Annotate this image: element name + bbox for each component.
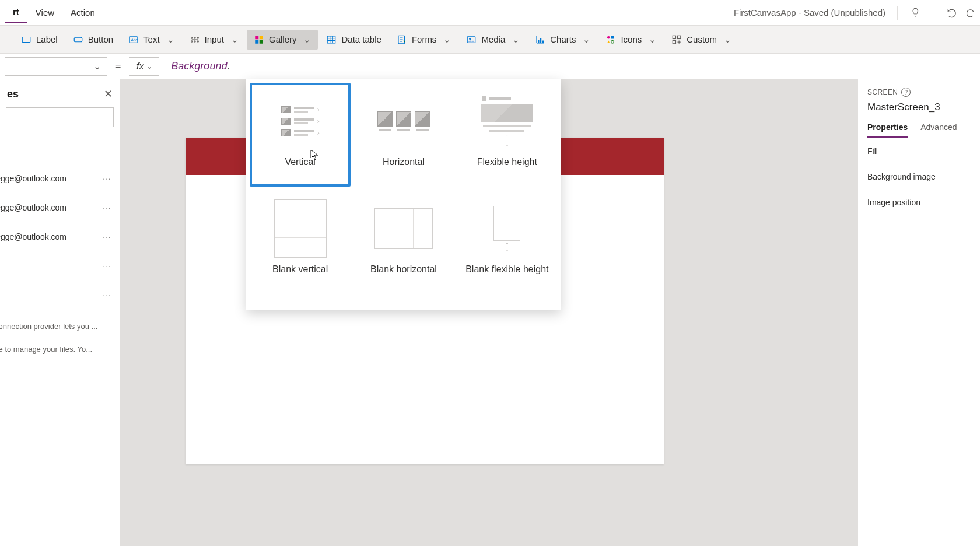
- redo-partial-icon[interactable]: [965, 2, 975, 23]
- svg-rect-22: [611, 36, 614, 39]
- gallery-icon: [254, 34, 264, 45]
- gallery-option-blank-horizontal[interactable]: Blank horizontal: [353, 190, 454, 294]
- app-checker-icon[interactable]: [906, 2, 927, 23]
- formula-input[interactable]: Background.: [164, 60, 980, 72]
- more-icon[interactable]: ···: [102, 174, 113, 183]
- fx-icon: fx: [136, 61, 144, 72]
- list-item[interactable]: enry.legge@outlook.com ···: [0, 197, 120, 218]
- main-area: es ✕ p enry.legge@outlook.com ··· enry.l…: [0, 79, 980, 546]
- chevron-down-icon: ⌄: [649, 34, 656, 45]
- custom-button[interactable]: Custom ⌄: [664, 30, 738, 50]
- svg-rect-18: [538, 40, 539, 43]
- property-image-position[interactable]: Image position: [867, 190, 971, 215]
- properties-section-label: SCREEN: [867, 88, 898, 96]
- custom-icon: [671, 34, 682, 45]
- insert-ribbon: Label Button Abc Text ⌄ Input ⌄ Gallery …: [0, 26, 980, 54]
- list-item-label: enry.legge@outlook.com: [0, 174, 97, 183]
- media-icon: [466, 34, 477, 45]
- search-input[interactable]: [6, 107, 114, 127]
- list-item[interactable]: ···: [0, 256, 120, 276]
- properties-panel: SCREEN ? MasterScreen_3 Properties Advan…: [858, 79, 980, 546]
- tab-advanced[interactable]: Advanced: [921, 123, 957, 138]
- gallery-option-horizontal[interactable]: Horizontal: [353, 83, 454, 187]
- more-icon[interactable]: ···: [102, 290, 113, 300]
- label-icon: [21, 34, 32, 45]
- canvas-area: › › › Vertical Horizontal: [120, 79, 858, 546]
- property-fill[interactable]: Fill: [867, 138, 971, 164]
- text-button[interactable]: Abc Text ⌄: [121, 30, 181, 50]
- chevron-down-icon: ⌄: [231, 34, 239, 45]
- menu-tab-action[interactable]: Action: [62, 3, 103, 22]
- formula-bar: ⌄ = fx ⌄ Background.: [0, 54, 980, 79]
- close-icon[interactable]: ✕: [104, 88, 113, 100]
- more-icon[interactable]: ···: [102, 203, 113, 212]
- icons-icon: [606, 34, 616, 45]
- forms-button[interactable]: Forms ⌄: [390, 30, 459, 50]
- undo-icon[interactable]: [942, 2, 963, 23]
- property-background-image[interactable]: Background image: [867, 164, 971, 190]
- list-item[interactable]: s ···: [0, 285, 120, 306]
- svg-rect-19: [540, 38, 541, 43]
- list-group-title[interactable]: Users: [0, 306, 120, 322]
- fx-button[interactable]: fx ⌄: [129, 57, 159, 76]
- list-item[interactable]: rs: [0, 359, 120, 380]
- svg-point-4: [191, 37, 192, 38]
- gallery-thumb-flex: ↑↓: [481, 92, 533, 150]
- svg-rect-1: [74, 37, 82, 42]
- divider: [933, 6, 933, 20]
- list-item-label: enry.legge@outlook.com: [0, 232, 97, 242]
- gallery-option-blank-flexible-height[interactable]: ↑↓ Blank flexible height: [457, 190, 558, 294]
- svg-rect-12: [255, 40, 258, 43]
- svg-rect-10: [255, 36, 258, 39]
- list-group-desc: sers Connection provider lets you ...: [0, 322, 120, 337]
- list-item[interactable]: enry.legge@outlook.com ···: [0, 226, 120, 247]
- list-item-label: Users: [0, 312, 113, 321]
- charts-button[interactable]: Charts ⌄: [528, 30, 597, 50]
- property-selector[interactable]: ⌄: [5, 57, 107, 76]
- chevron-down-icon: ⌄: [724, 34, 732, 45]
- gallery-thumb-blank-h: [374, 200, 433, 258]
- more-icon[interactable]: ···: [102, 261, 113, 271]
- info-icon[interactable]: ?: [901, 88, 911, 97]
- more-icon[interactable]: ···: [102, 232, 113, 242]
- menu-tab-view[interactable]: View: [27, 3, 62, 22]
- input-button[interactable]: Input ⌄: [183, 30, 246, 50]
- tab-properties[interactable]: Properties: [867, 123, 908, 138]
- list-item-label: enry.legge@outlook.com: [0, 203, 97, 212]
- svg-point-6: [197, 37, 198, 38]
- gallery-option-label: Horizontal: [383, 156, 425, 180]
- input-icon: [190, 34, 200, 45]
- list-item[interactable]: p: [0, 134, 120, 155]
- svg-point-9: [197, 40, 198, 41]
- gallery-thumb-horizontal: [374, 92, 433, 150]
- list-item-label: p: [0, 140, 113, 149]
- left-panel-title: es: [7, 88, 19, 100]
- new-screen-button[interactable]: [4, 35, 13, 44]
- list-item-label: rs: [0, 365, 113, 374]
- label-button[interactable]: Label: [14, 30, 65, 50]
- list-item[interactable]: enry.legge@outlook.com ···: [0, 168, 120, 189]
- formula-dot: .: [227, 60, 230, 72]
- list-item-label: s: [0, 290, 97, 300]
- gallery-option-label: Blank horizontal: [370, 264, 437, 287]
- svg-rect-20: [542, 40, 544, 43]
- gallery-option-label: Vertical: [285, 156, 315, 180]
- forms-text: Forms: [412, 34, 437, 44]
- svg-rect-11: [260, 36, 263, 39]
- data-table-button[interactable]: Data table: [319, 30, 388, 50]
- gallery-option-vertical[interactable]: › › › Vertical: [250, 83, 351, 187]
- menu-tab-insert[interactable]: rt: [5, 2, 27, 23]
- text-text: Text: [144, 34, 160, 44]
- button-button[interactable]: Button: [66, 30, 120, 50]
- svg-point-7: [191, 40, 192, 41]
- gallery-button[interactable]: Gallery ⌄: [247, 30, 318, 50]
- gallery-option-blank-vertical[interactable]: Blank vertical: [250, 190, 351, 294]
- media-button[interactable]: Media ⌄: [459, 30, 527, 50]
- icons-button[interactable]: Icons ⌄: [598, 30, 663, 50]
- gallery-thumb-blank-v: [271, 200, 330, 258]
- charts-text: Charts: [550, 34, 576, 44]
- chevron-down-icon: ⌄: [512, 34, 520, 45]
- gallery-option-label: Flexible height: [477, 156, 537, 180]
- gallery-option-flexible-height[interactable]: ↑↓ Flexible height: [457, 83, 558, 187]
- gallery-option-label: Blank vertical: [272, 264, 328, 287]
